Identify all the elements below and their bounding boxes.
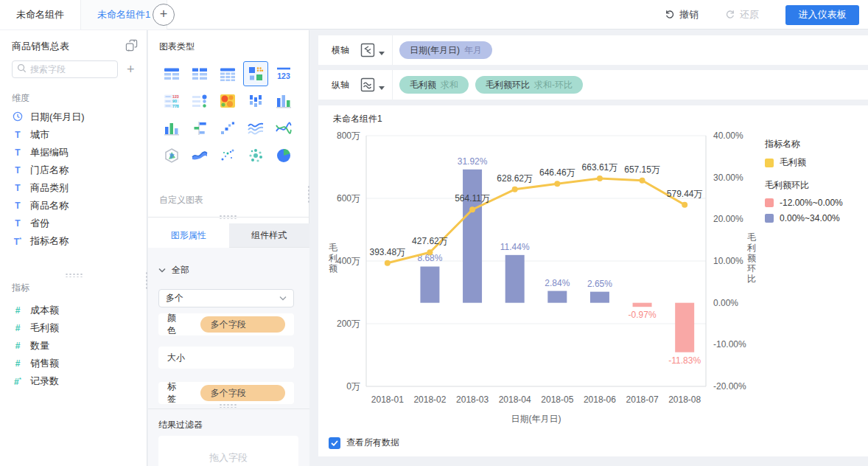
dimension-2[interactable]: T单据编码 [12,144,141,161]
line-chart-icon [271,116,296,141]
calc-number-field-icon: #* [12,376,24,387]
field-sidebar: 商品销售总表 + 维度 日期(年月日)T城市T单据编码T门店名称T商品类别T商品… [0,30,147,466]
dimension-label: 指标名称 [30,234,69,248]
legend-item-0[interactable]: 毛利额 [765,156,865,169]
view-all-label: 查看所有数据 [346,437,399,449]
step-scatter-icon [215,116,240,141]
add-component-button[interactable]: + [153,4,175,26]
redo-button[interactable]: 还原 [725,8,759,21]
all-section-row[interactable]: 全部 [158,264,189,277]
chart-type-scatter-chart[interactable] [214,142,242,169]
chart-type-heat-map[interactable] [214,87,242,114]
chart-type-group-table[interactable] [158,60,186,87]
svg-text:646.46万: 646.46万 [539,167,575,178]
vaxis-style-button[interactable] [360,77,385,93]
metrics-section-label: 指标 [12,282,29,294]
chart-type-step-scatter[interactable] [214,114,242,142]
chart-type-kpi-card[interactable]: 123 [270,60,298,87]
chart-type-area-chart[interactable] [242,114,270,142]
svg-text:123: 123 [172,94,179,99]
table-name: 商品销售总表 [12,40,69,53]
chart-type-block-grid[interactable] [242,60,270,87]
metric-3[interactable]: #销售额 [12,355,141,372]
dimension-7[interactable]: T*指标名称 [12,232,141,250]
switch-table-icon[interactable] [125,39,138,54]
chart-type-column-multi[interactable] [158,114,186,142]
dimension-0[interactable]: 日期(年月日) [12,108,141,126]
svg-text:2018-01: 2018-01 [371,394,404,405]
pill-aggregation: 求和 [441,80,458,90]
column-multi-icon [159,116,184,141]
svg-text:毛利额环比: 毛利额环比 [746,232,756,284]
dimension-4[interactable]: T商品类别 [12,179,141,197]
chart-type-detail-table[interactable] [214,60,242,87]
metrics-list: #成本额#毛利额#数量#销售额#*记录数 [12,302,141,390]
pill-aggregation: 求和-环比 [534,80,573,90]
chart-type-radar-chart[interactable] [158,142,186,169]
legend-range-item-0[interactable]: -12.00%~0.00% [765,198,865,208]
view-all-checkbox[interactable] [329,437,340,449]
svg-text:-11.83%: -11.83% [668,355,701,366]
chart-type-line-chart[interactable] [270,114,298,142]
haxis-style-icon [360,42,376,58]
property-field-pill[interactable]: 多个字段 [200,385,285,401]
search-icon [17,63,27,75]
chart-type-bar-chart[interactable] [186,114,214,142]
vaxis-pill-1[interactable]: 毛利额环比求和-环比 [475,76,583,94]
metric-2[interactable]: #数量 [12,337,141,355]
metric-1[interactable]: #毛利额 [12,319,141,337]
haxis-caret-icon [379,52,385,55]
enter-dashboard-button[interactable]: 进入仪表板 [785,5,859,25]
section-resize-handle[interactable] [65,273,84,277]
filter-dropzone[interactable]: 拖入字段 [158,436,298,466]
svg-text:10.00%: 10.00% [713,256,743,266]
legend-range-item-1[interactable]: 0.00%~34.00% [765,213,865,223]
heat-map-icon [215,88,240,114]
chart-type-bubble-chart[interactable] [242,142,270,169]
svg-text:30.00%: 30.00% [713,173,743,183]
property-card-1[interactable]: 大小 [158,347,294,369]
legend-swatch [765,159,774,167]
haxis-pill-0[interactable]: 日期(年月日)年月 [399,41,492,59]
area-chart-icon [243,116,268,141]
chart-type-flow-chart[interactable] [186,142,214,169]
metric-label: 销售额 [30,357,59,370]
tab-component-style[interactable]: 组件样式 [229,223,310,248]
svg-text:2.65%: 2.65% [587,279,612,289]
legend-swatch [765,214,774,223]
search-input[interactable] [30,64,111,74]
vaxis-caret-icon [379,86,385,90]
custom-chart-label[interactable]: 自定义图表 [159,194,203,206]
component-tab-0[interactable]: 未命名组件 [0,0,81,29]
chart-type-pie-chart[interactable] [270,142,298,169]
property-card-0[interactable]: 颜色多个字段 [158,313,294,335]
chart-type-metric-rows[interactable]: 12390778 [158,87,186,114]
panel-splitter[interactable] [148,217,309,218]
property-field-pill[interactable]: 多个字段 [200,316,285,333]
component-tabs: 未命名组件未命名组件1 [0,0,167,29]
property-card-2[interactable]: 标签多个字段 [158,382,294,404]
vaxis-pill-0[interactable]: 毛利额求和 [399,76,469,94]
add-field-icon[interactable]: + [127,63,135,76]
chart-type-column-chart[interactable] [270,87,298,114]
metric-0[interactable]: #成本额 [12,302,141,319]
cross-table-icon [187,61,212,86]
chart-widget-card[interactable]: 未命名组件1 800万600万400万200万0万40.00%30.00%20.… [318,105,868,456]
tab-graph-properties[interactable]: 图形属性 [148,223,229,248]
chart-type-combo-blocks[interactable] [242,87,270,114]
dimension-3[interactable]: T门店名称 [12,161,141,179]
bar-chart-icon [187,116,212,141]
dimension-1[interactable]: T城市 [12,126,141,144]
metric-4[interactable]: #*记录数 [12,372,141,390]
dimension-6[interactable]: T省份 [12,215,141,232]
dimension-5[interactable]: T商品名称 [12,197,141,215]
dimension-label: 日期(年月日) [30,111,85,124]
chart-canvas-area: 横轴 日期(年月日)年月 纵轴 毛利额求和毛利额环比求和-环比 未命名组件1 8… [310,30,868,466]
haxis-style-button[interactable] [360,42,385,58]
undo-button[interactable]: 撤销 [665,8,699,21]
series-select[interactable]: 多个 [158,289,294,307]
chart-type-cross-table[interactable] [186,60,214,87]
combo-chart[interactable]: 800万600万400万200万0万40.00%30.00%20.00%10.0… [324,125,766,429]
chart-type-dot-rows[interactable] [186,87,214,114]
column-chart-icon [271,88,296,114]
